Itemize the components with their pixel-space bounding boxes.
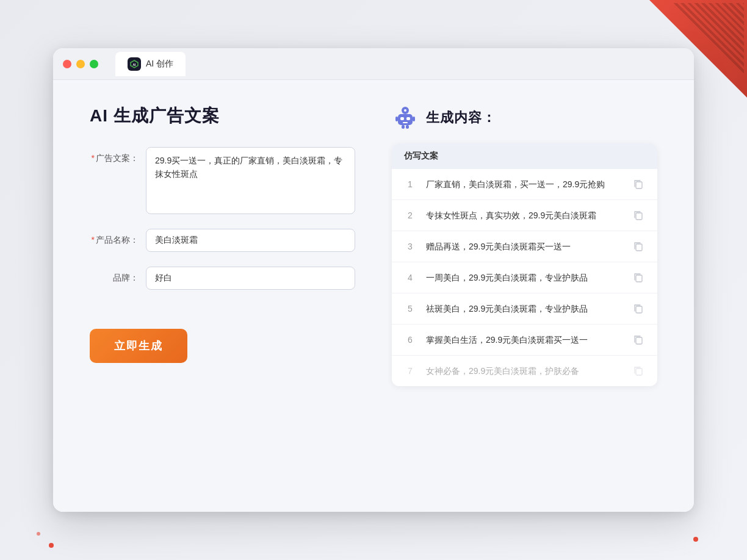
product-required: * (92, 235, 95, 245)
result-item: 5 祛斑美白，29.9元美白淡斑霜，专业护肤品 (392, 293, 657, 325)
result-title: 生成内容： (426, 109, 496, 127)
copy-button[interactable] (632, 240, 645, 253)
svg-rect-14 (636, 244, 642, 251)
copy-button[interactable] (632, 302, 645, 315)
copy-button[interactable] (632, 271, 645, 284)
result-number: 1 (404, 179, 416, 189)
robot-icon (392, 104, 419, 131)
svg-rect-7 (395, 117, 398, 121)
svg-rect-18 (636, 368, 642, 375)
copy-button[interactable] (632, 333, 645, 346)
result-number: 5 (404, 304, 416, 314)
result-items-list: 1 厂家直销，美白淡斑霜，买一送一，29.9元抢购 2 专抹女性斑点，真实功效，… (392, 169, 657, 386)
ad-copy-input[interactable] (146, 147, 355, 214)
tab-label: AI 创作 (146, 59, 173, 70)
result-item: 7 女神必备，29.9元美白淡斑霜，护肤必备 (392, 356, 657, 386)
result-item: 2 专抹女性斑点，真实功效，29.9元美白淡斑霜 (392, 200, 657, 231)
svg-rect-12 (636, 182, 642, 188)
copy-button[interactable] (632, 209, 645, 222)
result-item: 1 厂家直销，美白淡斑霜，买一送一，29.9元抢购 (392, 169, 657, 200)
svg-rect-9 (402, 125, 405, 129)
result-header: 生成内容： (392, 104, 657, 131)
generate-button[interactable]: 立即生成 (90, 329, 187, 363)
traffic-lights (63, 60, 98, 68)
result-text: 一周美白，29.9元美白淡斑霜，专业护肤品 (426, 271, 622, 284)
svg-rect-16 (636, 306, 642, 313)
browser-window: AI AI 创作 AI 生成广告文案 *广告文案： *产品名称： (53, 48, 694, 512)
result-item: 3 赠品再送，29.9元美白淡斑霜买一送一 (392, 231, 657, 262)
copy-button[interactable] (632, 364, 645, 378)
brand-label: 品牌： (90, 267, 139, 284)
product-name-input[interactable] (146, 229, 355, 252)
dot-decoration-bl2 (37, 532, 40, 536)
ad-copy-group: *广告文案： (90, 147, 355, 214)
brand-input[interactable] (146, 267, 355, 290)
product-name-group: *产品名称： (90, 229, 355, 252)
svg-text:AI: AI (133, 62, 137, 66)
product-name-label: *产品名称： (90, 229, 139, 246)
result-text: 掌握美白生活，29.9元美白淡斑霜买一送一 (426, 334, 622, 346)
main-content: AI 生成广告文案 *广告文案： *产品名称： 品牌： 立即生成 (53, 80, 694, 512)
active-tab[interactable]: AI AI 创作 (115, 52, 186, 76)
result-text: 祛斑美白，29.9元美白淡斑霜，专业护肤品 (426, 303, 622, 315)
ad-copy-required: * (92, 153, 95, 163)
result-text: 厂家直销，美白淡斑霜，买一送一，29.9元抢购 (426, 178, 622, 191)
result-number: 6 (404, 335, 416, 345)
result-table: 仿写文案 1 厂家直销，美白淡斑霜，买一送一，29.9元抢购 2 专抹女性斑点，… (392, 143, 657, 386)
title-bar: AI AI 创作 (53, 48, 694, 80)
dot-decoration-br (693, 537, 698, 542)
right-panel: 生成内容： 仿写文案 1 厂家直销，美白淡斑霜，买一送一，29.9元抢购 2 专… (392, 104, 657, 487)
svg-rect-8 (413, 117, 415, 121)
dot-decoration-bl (49, 543, 54, 548)
close-button[interactable] (63, 60, 71, 68)
result-number: 3 (404, 242, 416, 251)
ad-copy-label: *广告文案： (90, 147, 139, 164)
brand-group: 品牌： (90, 267, 355, 290)
result-text: 女神必备，29.9元美白淡斑霜，护肤必备 (426, 365, 622, 378)
page-title: AI 生成广告文案 (90, 104, 355, 127)
svg-rect-17 (636, 337, 642, 344)
svg-rect-15 (636, 275, 642, 282)
table-header: 仿写文案 (392, 143, 657, 169)
result-number: 7 (404, 366, 416, 376)
result-number: 4 (404, 273, 416, 282)
svg-rect-3 (398, 114, 413, 125)
result-item: 6 掌握美白生活，29.9元美白淡斑霜买一送一 (392, 325, 657, 356)
tab-icon: AI (128, 57, 141, 71)
svg-point-11 (404, 109, 406, 112)
result-number: 2 (404, 210, 416, 220)
result-text: 赠品再送，29.9元美白淡斑霜买一送一 (426, 240, 622, 253)
svg-rect-13 (636, 213, 642, 220)
result-item: 4 一周美白，29.9元美白淡斑霜，专业护肤品 (392, 262, 657, 293)
minimize-button[interactable] (76, 60, 85, 68)
maximize-button[interactable] (90, 60, 98, 68)
svg-rect-5 (406, 117, 410, 120)
result-text: 专抹女性斑点，真实功效，29.9元美白淡斑霜 (426, 209, 622, 222)
svg-rect-10 (406, 125, 409, 129)
svg-rect-6 (403, 122, 408, 123)
svg-rect-4 (400, 117, 404, 120)
left-panel: AI 生成广告文案 *广告文案： *产品名称： 品牌： 立即生成 (90, 104, 355, 487)
copy-button[interactable] (632, 178, 645, 191)
